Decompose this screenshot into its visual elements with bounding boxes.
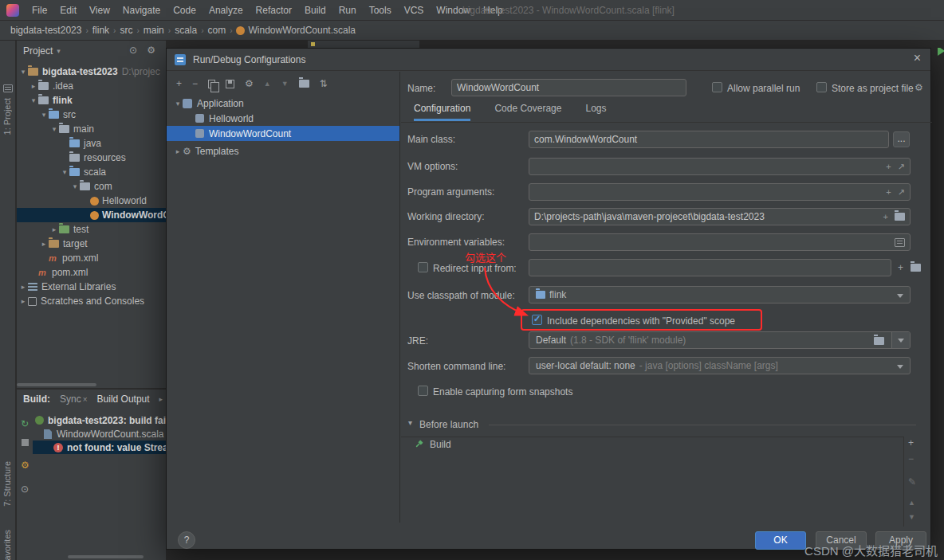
config-item-windowwordcount[interactable]: WindowWordCount (167, 126, 399, 141)
add-task-icon[interactable] (908, 437, 914, 448)
breadcrumb-scala[interactable]: scala (174, 25, 198, 36)
folder-icon[interactable] (911, 264, 921, 272)
edit-task-icon[interactable] (908, 476, 916, 488)
provided-scope-checkbox[interactable] (532, 315, 542, 325)
chevron-right-icon[interactable] (173, 147, 183, 155)
config-item-helloworld[interactable]: Helloworld (167, 111, 399, 126)
sort-configs-icon[interactable] (320, 78, 328, 89)
tab-logs[interactable]: Logs (585, 103, 606, 121)
chevron-right-icon[interactable] (29, 82, 38, 90)
program-arguments-input[interactable] (529, 183, 911, 201)
tree-item-scala[interactable]: scala (17, 165, 166, 179)
tree-item-helloworld[interactable]: Helloworld (17, 194, 166, 208)
menu-code[interactable]: Code (167, 0, 203, 21)
tree-item-com[interactable]: com (17, 179, 166, 194)
working-directory-input[interactable]: D:\projects-path\java\maven-projecet\big… (529, 208, 911, 225)
move-down-icon[interactable] (281, 80, 289, 88)
chevron-down-icon[interactable] (39, 111, 49, 119)
tree-item-scratches[interactable]: Scratches and Consoles (17, 294, 166, 308)
move-up-icon[interactable] (264, 80, 271, 88)
add-icon[interactable] (886, 187, 891, 197)
expand-field-icon[interactable] (898, 187, 905, 198)
browse-env-icon[interactable] (895, 238, 905, 247)
dialog-title-bar[interactable]: Run/Debug Configurations × (167, 49, 930, 71)
jre-dropdown[interactable]: Default (1.8 - SDK of 'flink' module) (529, 331, 911, 349)
redirect-input-checkbox[interactable] (418, 262, 428, 272)
copy-config-icon[interactable] (208, 80, 215, 88)
pin-icon[interactable] (21, 484, 29, 495)
gear-icon[interactable] (147, 45, 155, 56)
tab-code-coverage[interactable]: Code Coverage (494, 103, 561, 121)
menu-edit[interactable]: Edit (53, 0, 83, 21)
menu-navigate[interactable]: Navigate (116, 0, 167, 21)
tree-item-test[interactable]: test (17, 222, 166, 237)
store-as-project-file-checkbox[interactable] (816, 82, 827, 92)
move-up-icon[interactable] (908, 499, 915, 507)
menu-build[interactable]: Build (298, 0, 332, 21)
project-panel-header[interactable]: Project (17, 41, 166, 61)
tree-item-java[interactable]: java (17, 136, 166, 151)
config-group-application[interactable]: Application (167, 96, 399, 111)
breadcrumb-com[interactable]: com (207, 25, 227, 36)
menu-view[interactable]: View (83, 0, 116, 21)
help-button[interactable]: ? (178, 531, 195, 549)
tree-item-external-libraries[interactable]: External Libraries (17, 280, 166, 294)
main-class-input[interactable] (529, 131, 889, 148)
breadcrumb-flink[interactable]: flink (92, 25, 110, 36)
close-icon[interactable] (83, 395, 88, 404)
move-down-icon[interactable] (908, 513, 915, 521)
project-tool-icon[interactable] (3, 84, 13, 92)
tree-item-windowwordcount[interactable]: WindowWordCount (17, 208, 166, 222)
tree-item-pom-root[interactable]: pom.xml (17, 265, 166, 280)
build-error-row[interactable]: not found: value Stream (33, 441, 166, 454)
tree-item-pom-flink[interactable]: pom.xml (17, 251, 166, 265)
remove-task-icon[interactable] (908, 453, 914, 464)
chevron-down-icon[interactable] (18, 68, 28, 76)
menu-refactor[interactable]: Refactor (250, 0, 298, 21)
name-input[interactable] (451, 79, 686, 96)
chevron-right-icon[interactable] (18, 283, 28, 291)
settings-wrench-icon[interactable] (21, 460, 30, 471)
allow-parallel-run-checkbox[interactable] (712, 82, 722, 92)
menu-tools[interactable]: Tools (363, 0, 398, 21)
locate-icon[interactable] (129, 45, 137, 56)
remove-config-icon[interactable] (192, 78, 198, 89)
jre-dropdown-button[interactable] (891, 332, 910, 348)
chevron-down-icon[interactable] (29, 96, 38, 104)
before-launch-build-item[interactable]: Build (430, 436, 451, 453)
add-config-icon[interactable] (176, 78, 182, 89)
close-icon[interactable]: × (914, 51, 921, 65)
config-group-templates[interactable]: Templates (167, 143, 399, 159)
chevron-right-icon[interactable] (49, 225, 59, 233)
stripe-favorites-label[interactable]: 2: Favorites (2, 530, 12, 560)
editor-tab-partial[interactable] (308, 41, 419, 48)
stop-icon[interactable] (22, 439, 29, 446)
browse-main-class-button[interactable]: ... (893, 131, 910, 147)
tree-item-resources[interactable]: resources (17, 151, 166, 165)
tree-item-flink[interactable]: flink (17, 93, 166, 108)
tab-configuration[interactable]: Configuration (414, 103, 470, 121)
add-icon[interactable] (883, 212, 888, 221)
horizontal-scrollbar[interactable] (68, 555, 144, 558)
environment-variables-input[interactable] (529, 233, 911, 251)
tree-item-main[interactable]: main (17, 122, 166, 136)
edit-templates-icon[interactable] (245, 78, 254, 89)
shorten-command-line-dropdown[interactable]: user-local default: none - java [options… (529, 357, 911, 374)
redirect-input-field[interactable] (529, 259, 891, 276)
build-output-row[interactable]: WindowWordCount.scala (33, 427, 166, 441)
rerun-icon[interactable] (21, 418, 29, 429)
add-icon[interactable] (886, 162, 891, 171)
tab-sync[interactable]: Sync (60, 394, 88, 405)
chevron-down-icon[interactable] (173, 100, 183, 108)
folder-icon[interactable] (895, 213, 905, 221)
create-folder-icon[interactable] (299, 80, 309, 88)
horizontal-scrollbar[interactable] (17, 383, 96, 386)
breadcrumb-project[interactable]: bigdata-test2023 (10, 25, 82, 36)
vm-options-input[interactable] (529, 158, 911, 175)
menu-run[interactable]: Run (332, 0, 363, 21)
breadcrumb-file[interactable]: WindowWordCount.scala (248, 25, 357, 36)
breadcrumb-src[interactable]: src (119, 25, 133, 36)
form-snapshots-checkbox[interactable] (418, 386, 428, 396)
stripe-structure-label[interactable]: 7: Structure (2, 461, 12, 507)
chevron-down-icon[interactable] (70, 182, 80, 190)
